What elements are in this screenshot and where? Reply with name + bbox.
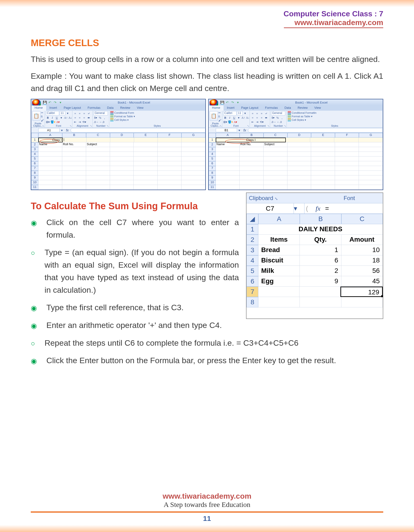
cell[interactable]: Egg	[258, 276, 300, 286]
cell[interactable]: 56	[341, 266, 383, 276]
cell[interactable]	[110, 142, 134, 147]
underline-button[interactable]: U	[55, 116, 59, 120]
percent-icon[interactable]: %	[276, 116, 279, 120]
office-button-icon[interactable]	[32, 99, 41, 105]
select-all-corner[interactable]	[31, 133, 38, 138]
align-top-icon[interactable]: ≡	[73, 112, 77, 115]
dialog-launcher-icon[interactable]: ⤡	[42, 125, 44, 127]
dropdown-icon[interactable]: ▾	[66, 111, 69, 115]
merged-cell[interactable]: Class I	[216, 138, 286, 142]
cell[interactable]	[158, 138, 182, 142]
align-middle-icon[interactable]: ≡	[255, 112, 259, 115]
row-header[interactable]: 3	[31, 147, 38, 152]
currency-icon[interactable]: $▾	[271, 116, 275, 120]
tab-data[interactable]: Data	[281, 105, 294, 111]
cell[interactable]: Biscuit	[258, 255, 300, 266]
col-header[interactable]: C	[341, 214, 383, 224]
cell[interactable]: |	[63, 138, 86, 142]
cell[interactable]: 2	[300, 266, 341, 276]
formula-bar[interactable]: (fx=	[304, 203, 383, 214]
fx-icon[interactable]: fx	[66, 128, 69, 132]
col-header[interactable]: B	[240, 133, 264, 138]
tab-page-layout[interactable]: Page Layout	[60, 105, 84, 111]
name-box[interactable]: A1	[38, 128, 60, 132]
cell[interactable]: 1	[300, 245, 341, 255]
font-name-combo[interactable]: Calibri	[223, 111, 237, 115]
dialog-launcher-icon[interactable]: ⤡	[107, 125, 109, 127]
italic-button[interactable]: I	[228, 116, 231, 120]
cell[interactable]: 10	[341, 245, 383, 255]
row-header[interactable]: 5	[247, 266, 258, 276]
cell[interactable]	[110, 138, 134, 142]
tab-review[interactable]: Review	[117, 105, 134, 111]
format-as-table-button[interactable]: Format as Table ▾	[288, 115, 382, 118]
cell[interactable]	[134, 142, 158, 147]
tab-view[interactable]: View	[311, 105, 324, 111]
tab-data[interactable]: Data	[104, 105, 117, 111]
row-header[interactable]: 5	[31, 157, 38, 161]
dialog-launcher-icon[interactable]: ⤡	[247, 125, 249, 127]
qat-dropdown-icon[interactable]: ▾	[236, 100, 240, 104]
align-center-icon[interactable]: ≡	[78, 116, 82, 120]
row-header[interactable]: 5	[209, 157, 216, 161]
col-header[interactable]: D	[110, 133, 134, 138]
dropdown-icon[interactable]: ▾	[294, 205, 297, 212]
save-icon[interactable]: 💾	[43, 100, 47, 104]
row-header[interactable]: 2	[31, 142, 38, 147]
formula-bar[interactable]	[70, 128, 205, 133]
cut-icon[interactable]: ✂	[41, 111, 44, 114]
font-size-combo[interactable]: 11	[237, 111, 243, 115]
cell-styles-button[interactable]: Cell Styles ▾	[288, 118, 382, 122]
conditional-formatting-button[interactable]: Conditional Formattin	[288, 111, 382, 114]
font-color-icon[interactable]: A▾	[56, 120, 60, 124]
col-header[interactable]: B	[300, 214, 341, 224]
row-header[interactable]: 3	[247, 245, 258, 255]
fx-icon[interactable]: fx	[243, 128, 246, 132]
dialog-launcher-icon[interactable]: ⤡	[284, 125, 286, 127]
bold-button[interactable]: B	[46, 116, 50, 120]
quick-access-toolbar[interactable]: 💾↶↷▾	[43, 100, 62, 104]
col-header[interactable]: G	[359, 133, 383, 138]
select-all-corner[interactable]	[209, 133, 216, 138]
col-header[interactable]: E	[134, 133, 158, 138]
col-header[interactable]: D	[288, 133, 311, 138]
row-header[interactable]: 7	[247, 286, 258, 297]
row-header[interactable]: 1	[247, 224, 258, 235]
tab-insert[interactable]: Insert	[46, 105, 61, 111]
cell[interactable]	[299, 286, 341, 297]
align-left-icon[interactable]: ≡	[251, 116, 255, 120]
orientation-icon[interactable]: ⟲▾	[82, 120, 86, 124]
dialog-launcher-icon[interactable]: ⤡	[275, 197, 278, 201]
italic-button[interactable]: I	[50, 116, 54, 120]
decrease-decimal-icon[interactable]: ←.0	[99, 120, 104, 124]
worksheet-grid[interactable]: ABCDEFG 1Class I 2NameRoll No.Subject 3 …	[209, 133, 383, 190]
cell[interactable]: Class I	[38, 138, 63, 142]
dialog-launcher-icon[interactable]: ⤡	[70, 125, 72, 127]
row-header[interactable]: 9	[31, 175, 38, 180]
row-header[interactable]: 8	[209, 171, 216, 175]
paste-button[interactable]: 📋	[32, 111, 40, 121]
number-format-combo[interactable]: General	[271, 111, 285, 115]
tab-formulas[interactable]: Formulas	[84, 105, 104, 111]
font-name-combo[interactable]: Calibri	[46, 111, 59, 115]
font-color-icon[interactable]: A▾	[233, 120, 237, 124]
row-header[interactable]: 4	[31, 152, 38, 157]
row-header[interactable]: 6	[247, 276, 258, 286]
formula-bar[interactable]	[248, 128, 383, 133]
cell[interactable]: 6	[300, 255, 341, 266]
cell[interactable]: Roll No.	[240, 142, 264, 147]
dropdown-icon[interactable]: ▾	[59, 116, 63, 120]
office-button-icon[interactable]	[210, 99, 218, 105]
row-header[interactable]: 2	[209, 142, 216, 147]
selected-cell[interactable]: 129	[340, 286, 383, 297]
wrap-text-icon[interactable]: ⤶	[87, 112, 91, 115]
border-icon[interactable]: ⊞▾	[223, 120, 227, 124]
orientation-icon[interactable]: ⟲▾	[260, 120, 264, 124]
paste-button[interactable]: 📋	[210, 111, 218, 121]
fill-color-icon[interactable]: 🪣▾	[228, 120, 233, 124]
dropdown-icon[interactable]: ▾	[61, 128, 63, 132]
col-header[interactable]: A	[216, 133, 240, 138]
row-header[interactable]: 11	[31, 185, 38, 190]
row-header[interactable]: 7	[31, 166, 38, 171]
name-box[interactable]: B1	[216, 128, 237, 132]
